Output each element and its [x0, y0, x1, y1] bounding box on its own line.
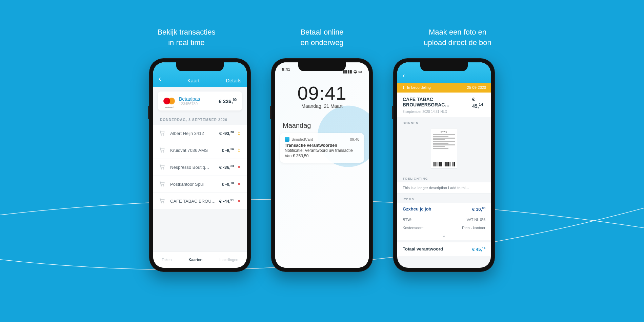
back-button[interactable]: ‹	[403, 72, 405, 79]
lock-day-label: Maandag	[275, 122, 369, 129]
upload-icon: ↥	[402, 85, 405, 90]
caption-1: Bekijk transactiesin real time	[139, 27, 234, 48]
header-title: Kaart	[187, 78, 200, 83]
tab-taken[interactable]: Taken	[162, 258, 172, 262]
status-time: 9:41	[282, 67, 290, 76]
phone-receipt: ‹ ↥ In beoordeling 25-09-2020 CAFE TABAC…	[393, 58, 495, 272]
svg-point-4	[161, 168, 162, 169]
app-icon	[285, 137, 289, 142]
receipt-thumbnail[interactable]: ETAU	[431, 128, 457, 169]
svg-point-9	[163, 202, 164, 203]
notification-line1: Notificatie: Verantwoord uw transactie	[285, 148, 359, 153]
transaction-row[interactable]: CAFE TABAC BROUW…€ -44,91✕	[153, 193, 247, 210]
notification-app: SimpledCard	[291, 137, 313, 141]
cart-icon	[159, 198, 170, 205]
svg-point-0	[161, 134, 162, 135]
back-button[interactable]: ‹	[159, 75, 161, 83]
amount: € -44,91	[219, 198, 234, 204]
transaction-row[interactable]: Albert Heijn 3412€ -93,38↥	[153, 125, 247, 142]
merchant-name: Kruidvat 7036 AMS	[170, 148, 222, 153]
merchant-name: Postkantoor Spui	[170, 182, 222, 187]
item-name: Gzxhcu jc job	[403, 206, 431, 212]
status-icon: ✕	[237, 165, 241, 169]
amount: € -36,63	[219, 164, 234, 170]
cart-icon	[159, 130, 170, 137]
review-status-bar: ↥ In beoordeling 25-09-2020	[397, 83, 491, 93]
merchant-meta: 3 september 2020 14:31 NLD	[403, 110, 485, 114]
card-number: 123456789	[179, 102, 219, 106]
transaction-row[interactable]: Kruidvat 7036 AMS€ -9,56↥	[153, 142, 247, 159]
caption-2: Betaal onlineen onderweg	[275, 27, 369, 48]
item-row[interactable]: Gzxhcu jc job € 10,00	[397, 203, 491, 215]
wifi-icon: ◒	[354, 69, 357, 74]
cart-icon	[159, 164, 170, 171]
notification[interactable]: SimpledCard 09:40 Transactie verantwoord…	[280, 133, 364, 163]
status-icon: ✕	[237, 182, 241, 186]
status-icon: ↥	[237, 131, 241, 136]
lock-clock: 09:41	[275, 82, 369, 104]
merchant-title: CAFE TABAC BROUWERSGRAC…	[403, 97, 472, 109]
svg-point-5	[163, 168, 164, 169]
card-tile[interactable]: mastercard Betaalpas 123456789 € 226,90	[158, 92, 242, 110]
barcode-icon	[433, 162, 455, 166]
svg-point-3	[163, 151, 164, 152]
merchant-name: CAFE TABAC BROUW…	[170, 199, 219, 204]
receipt-brand: ETAU	[433, 130, 455, 133]
phone-transactions: ‹ Kaart Details mastercard Betaalpas 123…	[149, 58, 251, 272]
merchant-name: Albert Heijn 3412	[170, 131, 219, 136]
review-date: 25-09-2020	[467, 85, 486, 90]
cart-icon	[159, 181, 170, 188]
svg-point-7	[163, 185, 164, 186]
signal-icon: ▮▮▮▮	[343, 69, 352, 74]
total-label: Totaal verantwoord	[403, 246, 443, 252]
kv-btw: BTW:VAT NL 0%	[397, 216, 491, 224]
tab-instellingen[interactable]: Instellingen	[219, 258, 238, 262]
total-value: € 45,14	[472, 246, 485, 252]
notch	[176, 62, 224, 71]
item-price: € 10,00	[472, 206, 485, 212]
description-text[interactable]: This is a longer description I add to th…	[397, 182, 491, 194]
card-balance: € 226,90	[219, 98, 237, 104]
notch	[298, 62, 346, 71]
phone-lockscreen: 9:41 ▮▮▮▮ ◒ ▭ 09:41 Maandag, 21 Maart Ma…	[271, 58, 373, 272]
status-icon: ↥	[237, 148, 241, 153]
merchant-name: Nespresso Boutiq…	[170, 165, 219, 170]
tab-kaarten[interactable]: Kaarten	[188, 258, 202, 262]
mastercard-logo-icon: mastercard	[163, 97, 175, 105]
section-items: ITEMS	[397, 194, 491, 203]
battery-icon: ▭	[358, 69, 362, 74]
lock-date: Maandag, 21 Maart	[275, 103, 369, 109]
expand-chevron-icon[interactable]: ⌄	[397, 232, 491, 240]
amount: € -0,70	[222, 181, 234, 187]
review-status-text: In beoordeling	[407, 85, 431, 89]
section-toelichting: TOELICHTING	[397, 173, 491, 182]
transaction-row[interactable]: Nespresso Boutiq…€ -36,63✕	[153, 159, 247, 176]
amount: € -9,56	[222, 147, 234, 153]
status-icons: ▮▮▮▮ ◒ ▭	[343, 67, 362, 76]
svg-point-6	[161, 185, 162, 186]
amount: € -93,38	[219, 130, 234, 136]
svg-point-1	[163, 134, 164, 135]
notification-title: Transactie verantwoorden	[285, 143, 359, 148]
tab-bar: Taken Kaarten Instellingen	[153, 251, 247, 268]
header-action-details[interactable]: Details	[226, 78, 241, 83]
merchant-amount: € 45,14	[472, 97, 485, 109]
caption-3: Maak een foto enupload direct de bon	[410, 27, 505, 48]
cart-icon	[159, 147, 170, 154]
notification-time: 09:40	[350, 137, 359, 141]
status-icon: ✕	[237, 199, 241, 203]
section-bonnen: BONNEN	[397, 117, 491, 127]
card-name: Betaalpas	[179, 96, 219, 102]
svg-point-2	[161, 151, 162, 152]
notch	[420, 62, 468, 71]
notification-line2: Van € 353,50	[285, 153, 359, 159]
date-separator: DONDERDAG, 3 SEPTEMBER 2020	[153, 110, 247, 125]
svg-point-8	[161, 202, 162, 203]
kv-kostensoort: Kostensoort:Eten - kantoor	[397, 224, 491, 232]
transaction-row[interactable]: Postkantoor Spui€ -0,70✕	[153, 176, 247, 193]
